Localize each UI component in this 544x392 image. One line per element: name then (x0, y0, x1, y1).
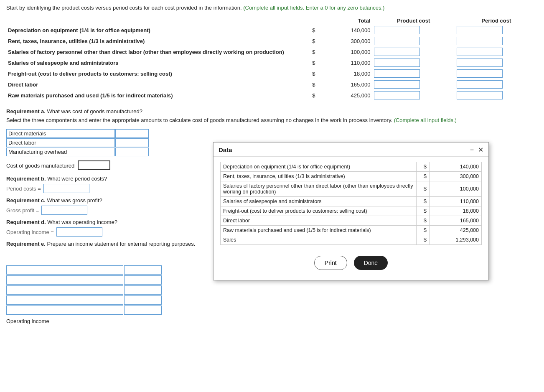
row-total: 300,000 (317, 36, 372, 46)
income-row3-label[interactable] (6, 285, 123, 295)
period-costs-input[interactable] (43, 184, 89, 193)
row-total: 165,000 (317, 79, 372, 90)
product-cost-input[interactable] (374, 26, 420, 34)
col-header-product: Product cost (372, 17, 455, 25)
row-product-input-cell (372, 25, 455, 36)
data-row-amount: 110,000 (430, 197, 482, 206)
data-row-desc: Rent, taxes, insurance, utilities (1/3 i… (221, 172, 417, 181)
done-button[interactable]: Done (354, 256, 388, 270)
row-dollar: $ (303, 36, 317, 46)
data-row-dollar: $ (416, 206, 429, 216)
popup-content: Depreciation on equipment (1/4 is for of… (214, 157, 488, 280)
req-a-heading: Requirement a. What was cost of goods ma… (6, 108, 538, 115)
top-table-row: Rent, taxes, insurance, utilities (1/3 i… (6, 36, 538, 46)
req-a-subtext: Select the three compontents and enter t… (6, 117, 392, 123)
print-button[interactable]: Print (314, 256, 347, 270)
row-total: 110,000 (317, 57, 372, 68)
data-table-row: Direct labor $ 165,000 (221, 216, 482, 226)
top-table-row: Salaries of salespeople and administrato… (6, 57, 538, 68)
period-costs-label: Period costs = (6, 186, 41, 192)
instruction-main: Start by identifying the product costs v… (6, 5, 242, 11)
row-total: 140,000 (317, 25, 372, 36)
period-cost-input[interactable] (457, 26, 503, 34)
row-period-input-cell (455, 25, 538, 36)
data-row-dollar: $ (416, 197, 429, 206)
income-row4-value[interactable] (124, 295, 162, 305)
income-operating-row: Operating income (6, 316, 538, 324)
row-dollar: $ (303, 79, 317, 90)
product-cost-input[interactable] (374, 37, 420, 45)
data-table-row: Salaries of salespeople and administrato… (221, 197, 482, 206)
row-dollar: $ (303, 90, 317, 101)
product-cost-input[interactable] (374, 80, 420, 89)
period-cost-input[interactable] (457, 59, 503, 67)
row-product-input-cell (372, 79, 455, 90)
row-product-input-cell (372, 57, 455, 68)
data-table: Depreciation on equipment (1/4 is for of… (220, 162, 482, 245)
data-table-row: Freight-out (cost to deliver products to… (221, 206, 482, 216)
income-row3-value[interactable] (124, 285, 162, 295)
row-label: Salaries of factory personnel other than… (6, 46, 303, 57)
row-dollar: $ (303, 25, 317, 36)
data-row-dollar: $ (416, 162, 429, 172)
income-row1-value[interactable] (124, 265, 162, 275)
row-period-input-cell (455, 68, 538, 79)
period-cost-input[interactable] (457, 69, 503, 78)
row-product-input-cell (372, 90, 455, 101)
data-row-desc: Salaries of salespeople and administrato… (221, 197, 417, 206)
row-product-input-cell (372, 36, 455, 46)
cogm-component-input-cell (115, 138, 149, 147)
data-row-amount: 425,000 (430, 226, 482, 235)
cogm-total-input[interactable] (78, 160, 110, 170)
income-row4-label[interactable] (6, 295, 123, 305)
income-row2-label[interactable] (6, 275, 123, 285)
popup-close-button[interactable]: ✕ (478, 146, 483, 154)
income-row5-label[interactable] (6, 305, 123, 315)
instruction-note: (Complete all input fields. Enter a 0 fo… (243, 5, 384, 11)
product-cost-input[interactable] (374, 69, 420, 78)
data-table-row: Rent, taxes, insurance, utilities (1/3 i… (221, 172, 482, 181)
data-row-dollar: $ (416, 235, 429, 245)
top-table-row: Freight-out (cost to deliver products to… (6, 68, 538, 79)
period-cost-input[interactable] (457, 91, 503, 99)
popup-minimize-button[interactable]: − (470, 146, 474, 154)
product-cost-input[interactable] (374, 48, 420, 56)
data-popup: Data − ✕ Depreciation on equipment (1/4 … (213, 142, 489, 280)
cogm-component-label: Direct labor (6, 138, 115, 147)
cogm-total-label: Cost of goods manufactured (6, 161, 74, 170)
row-label: Rent, taxes, insurance, utilities (1/3 i… (6, 36, 303, 46)
row-period-input-cell (455, 57, 538, 68)
income-row5-value[interactable] (124, 305, 162, 315)
gross-profit-input[interactable] (41, 206, 87, 215)
period-cost-input[interactable] (457, 80, 503, 89)
row-dollar: $ (303, 68, 317, 79)
row-total: 425,000 (317, 90, 372, 101)
cogm-component-label: Direct materials (6, 129, 115, 138)
row-total: 100,000 (317, 46, 372, 57)
product-cost-input[interactable] (374, 91, 420, 99)
income-row2-value[interactable] (124, 275, 162, 285)
cogm-component-input[interactable] (116, 139, 148, 147)
operating-income-input[interactable] (56, 227, 102, 237)
row-label: Salaries of salespeople and administrato… (6, 57, 303, 68)
period-cost-input[interactable] (457, 48, 503, 56)
top-table-row: Salaries of factory personnel other than… (6, 46, 538, 57)
cost-classification-table: Total Product cost Period cost Depreciat… (6, 17, 538, 101)
popup-controls: − ✕ (470, 146, 483, 154)
data-row-desc: Sales (221, 235, 417, 245)
popup-title: Data (219, 146, 232, 153)
data-row-desc: Depreciation on equipment (1/4 is for of… (221, 162, 417, 172)
row-period-input-cell (455, 46, 538, 57)
product-cost-input[interactable] (374, 59, 420, 67)
popup-titlebar: Data − ✕ (214, 143, 488, 157)
row-label: Freight-out (cost to deliver products to… (6, 68, 303, 79)
cogm-component-input[interactable] (116, 130, 148, 137)
top-table-row: Raw materials purchased and used (1/5 is… (6, 90, 538, 101)
data-row-desc: Raw materials purchased and used (1/5 is… (221, 226, 417, 235)
data-row-dollar: $ (416, 181, 429, 197)
income-row1-label[interactable] (6, 265, 123, 275)
cogm-component-input[interactable] (116, 148, 148, 156)
data-row-desc: Freight-out (cost to deliver products to… (221, 206, 417, 216)
period-cost-input[interactable] (457, 37, 503, 45)
row-label: Direct labor (6, 79, 303, 90)
